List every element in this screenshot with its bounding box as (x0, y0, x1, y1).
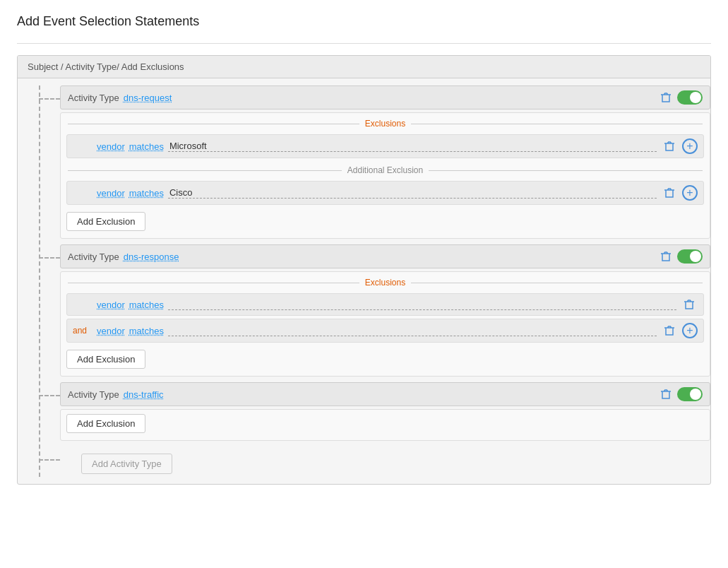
activity-row-dns-traffic: Activity Type dns-traffic (60, 382, 710, 406)
tree-h-line (39, 98, 60, 100)
activity-label-1: Activity Type (68, 93, 119, 103)
add-activity-container: Add Activity Type (60, 446, 710, 477)
exclusions-dns-traffic: Add Exclusion (60, 409, 710, 441)
activity-row-dns-response: Activity Type dns-response (60, 244, 710, 268)
activity-block-dns-traffic: Activity Type dns-traffic (60, 382, 710, 441)
field-vendor-1-2[interactable]: vendor (97, 188, 125, 199)
exclusions-header-2: Exclusions (61, 272, 710, 290)
add-or-excl-2-2[interactable]: + (682, 323, 698, 338)
activity-label-3: Activity Type (68, 389, 119, 400)
field-vendor-1-1[interactable]: vendor (97, 141, 125, 152)
field-vendor-2-1[interactable]: vendor (97, 300, 125, 310)
panel-header: Subject / Activity Type/ Add Exclusions (18, 56, 710, 78)
value-input-2-1[interactable] (168, 299, 676, 310)
activity-block-dns-response: Activity Type dns-response (60, 244, 710, 377)
add-or-excl-1-2[interactable]: + (682, 185, 698, 201)
activity-type-dns-request[interactable]: dns-request (124, 93, 172, 103)
top-divider (17, 43, 711, 44)
delete-activity-dns-traffic[interactable] (657, 387, 674, 401)
delete-excl-1-1[interactable] (661, 139, 678, 153)
delete-excl-1-2[interactable] (661, 186, 678, 200)
page-container: Add Event Selection Statements Subject /… (0, 0, 728, 499)
activity-row-dns-request: Activity Type dns-request (60, 85, 710, 110)
outer-content: Activity Type dns-request (18, 78, 710, 484)
exclusions-header-1: Exclusions (61, 113, 710, 131)
page-title: Add Event Selection Statements (17, 14, 711, 29)
toggle-dns-traffic[interactable] (677, 387, 703, 401)
exclusions-dns-response: Exclusions vendor matches (60, 271, 710, 377)
value-input-2-2[interactable] (168, 325, 657, 336)
add-or-excl-1-1[interactable]: + (682, 138, 698, 154)
activity-block-dns-request: Activity Type dns-request (60, 85, 710, 239)
exclusions-label-2: Exclusions (365, 278, 405, 288)
add-activity-type-btn[interactable]: Add Activity Type (81, 454, 172, 474)
add-exclusion-btn-1[interactable]: Add Exclusion (66, 212, 145, 231)
tree-h-line-add (39, 459, 60, 461)
tree-vertical-line (39, 85, 40, 477)
and-label-2-2: and (73, 326, 93, 336)
operator-matches-2-1[interactable]: matches (129, 300, 164, 310)
exclusion-row-1-1: vendor matches (66, 134, 704, 158)
delete-excl-2-2[interactable] (661, 324, 678, 338)
delete-activity-dns-request[interactable] (657, 90, 674, 105)
activity-label-2: Activity Type (68, 252, 119, 262)
operator-matches-2-2[interactable]: matches (129, 326, 164, 336)
outer-panel: Subject / Activity Type/ Add Exclusions … (17, 55, 711, 485)
exclusion-row-1-2: vendor matches (66, 181, 704, 205)
operator-matches-1-1[interactable]: matches (129, 141, 164, 152)
value-input-1-1[interactable] (168, 141, 657, 152)
tree-h-line-2 (39, 257, 60, 259)
activity-type-dns-response[interactable]: dns-response (124, 252, 179, 262)
tree-h-line-3 (39, 395, 60, 396)
exclusion-row-2-1: vendor matches (66, 293, 704, 316)
exclusions-dns-request: Exclusions vendor matches (60, 112, 710, 239)
field-vendor-2-2[interactable]: vendor (97, 326, 125, 336)
toggle-dns-request[interactable] (677, 90, 703, 105)
additional-excl-label-1: Additional Exclusion (347, 165, 423, 175)
activity-type-dns-traffic[interactable]: dns-traffic (124, 389, 164, 400)
delete-activity-dns-response[interactable] (657, 249, 674, 264)
exclusion-row-2-2: and vendor matches (66, 319, 704, 343)
add-exclusion-btn-3[interactable]: Add Exclusion (66, 414, 145, 433)
toggle-dns-response[interactable] (677, 249, 703, 264)
add-exclusion-btn-2[interactable]: Add Exclusion (66, 350, 145, 369)
operator-matches-1-2[interactable]: matches (129, 188, 164, 199)
value-input-1-2[interactable] (168, 187, 657, 199)
delete-excl-2-1[interactable] (681, 297, 698, 312)
tree-container: Activity Type dns-request (18, 85, 710, 477)
exclusions-label-1: Exclusions (365, 119, 405, 129)
additional-excl-header-1: Additional Exclusion (61, 161, 710, 178)
